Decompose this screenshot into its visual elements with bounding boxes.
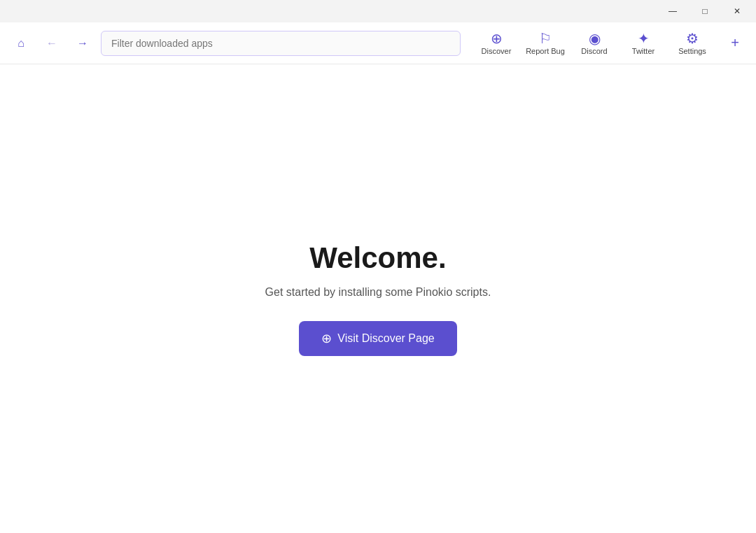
main-content: Welcome. Get started by installing some …	[0, 64, 756, 533]
twitter-label: Twitter	[632, 47, 654, 55]
forward-icon: →	[77, 37, 88, 50]
back-button[interactable]: ←	[39, 31, 64, 56]
report-bug-icon: ⚐	[539, 31, 552, 45]
welcome-title: Welcome.	[309, 241, 446, 275]
forward-button[interactable]: →	[70, 31, 95, 56]
discover-icon: ⊕	[491, 31, 503, 45]
nav-icons: ⊕ Discover ⚐ Report Bug ◉ Discord ✦ Twit…	[472, 24, 717, 63]
minimize-button[interactable]: —	[657, 0, 689, 22]
discord-icon: ◉	[589, 31, 601, 45]
settings-nav-item[interactable]: ⚙ Settings	[668, 24, 717, 63]
toolbar: ⌂ ← → ⊕ Discover ⚐ Report Bug ◉ Discord …	[0, 22, 756, 64]
discover-btn-icon: ⊕	[321, 331, 332, 346]
title-bar: — □ ✕	[0, 0, 756, 22]
home-button[interactable]: ⌂	[8, 31, 34, 56]
discover-nav-item[interactable]: ⊕ Discover	[472, 24, 521, 63]
report-bug-label: Report Bug	[526, 47, 565, 55]
welcome-subtitle: Get started by installing some Pinokio s…	[265, 286, 491, 299]
home-icon: ⌂	[18, 37, 24, 50]
settings-icon: ⚙	[686, 31, 699, 45]
close-button[interactable]: ✕	[721, 0, 753, 22]
add-tab-button[interactable]: +	[722, 31, 748, 56]
discord-label: Discord	[581, 47, 607, 55]
twitter-icon: ✦	[638, 31, 650, 45]
visit-discover-button[interactable]: ⊕ Visit Discover Page	[299, 321, 456, 356]
maximize-button[interactable]: □	[689, 0, 721, 22]
discord-nav-item[interactable]: ◉ Discord	[570, 24, 619, 63]
discover-label: Discover	[482, 47, 512, 55]
settings-label: Settings	[678, 47, 706, 55]
back-icon: ←	[46, 37, 57, 50]
discover-btn-label: Visit Discover Page	[337, 332, 434, 345]
twitter-nav-item[interactable]: ✦ Twitter	[619, 24, 668, 63]
address-input[interactable]	[101, 31, 461, 56]
report-bug-nav-item[interactable]: ⚐ Report Bug	[521, 24, 570, 63]
